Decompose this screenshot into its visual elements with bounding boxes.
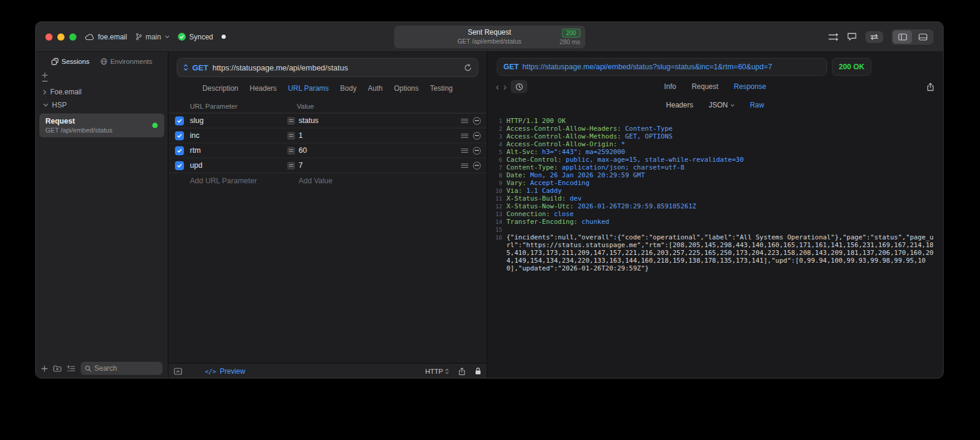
preview-label: Preview bbox=[220, 367, 245, 376]
history-clock-icon[interactable] bbox=[511, 80, 527, 93]
method-stepper-icon[interactable] bbox=[183, 64, 188, 71]
session-add-remove bbox=[42, 72, 48, 82]
param-name[interactable]: inc bbox=[190, 131, 287, 140]
request-method[interactable]: GET bbox=[192, 63, 208, 72]
protocol-selector[interactable]: HTTP bbox=[425, 368, 449, 375]
sidebar-tabs: Sessions Environments bbox=[36, 52, 168, 71]
line-number: 5 bbox=[492, 148, 502, 156]
sync-label: Synced bbox=[189, 33, 213, 41]
list-options-icon[interactable] bbox=[67, 365, 75, 372]
activity-duration: 280 ms bbox=[560, 38, 580, 45]
preview-button[interactable]: </> Preview bbox=[205, 367, 245, 376]
feedback-bubble-icon[interactable] bbox=[847, 32, 857, 41]
params-table-header: URL Parameter Value bbox=[168, 100, 487, 113]
remove-param-icon[interactable] bbox=[473, 132, 481, 140]
response-tab-response[interactable]: Response bbox=[734, 82, 766, 91]
chevron-down-icon bbox=[730, 104, 735, 107]
request-tab-headers[interactable]: Headers bbox=[250, 84, 277, 93]
remove-param-icon[interactable] bbox=[473, 147, 481, 155]
request-tab-auth[interactable]: Auth bbox=[368, 84, 383, 93]
param-value[interactable]: 1 bbox=[299, 131, 303, 140]
request-tab-testing[interactable]: Testing bbox=[430, 84, 453, 93]
remove-session-icon[interactable] bbox=[42, 80, 48, 82]
response-subtab-headers[interactable]: Headers bbox=[666, 101, 693, 109]
add-param-row[interactable]: Add URL Parameter Add Value bbox=[168, 173, 487, 188]
param-row-inc: inc1 bbox=[168, 128, 487, 143]
share-icon[interactable] bbox=[458, 367, 466, 376]
line-content: Content-Type: application/json; charset=… bbox=[506, 164, 937, 171]
add-param-name-placeholder[interactable]: Add URL Parameter bbox=[190, 177, 287, 185]
params-rows: slugstatusinc1rtm60upd7 bbox=[168, 113, 487, 173]
param-value[interactable]: 7 bbox=[299, 161, 303, 170]
panel-toggle-group bbox=[892, 29, 933, 45]
close-button[interactable] bbox=[45, 33, 53, 41]
param-name[interactable]: rtm bbox=[190, 146, 287, 155]
request-tab-body[interactable]: Body bbox=[340, 84, 357, 93]
response-subtab-json[interactable]: JSON bbox=[709, 101, 735, 109]
line-content: Access-Control-Allow-Methods: GET, OPTIO… bbox=[506, 133, 937, 140]
sync-check-icon bbox=[178, 33, 186, 41]
zoom-button[interactable] bbox=[69, 33, 76, 41]
tab-environments[interactable]: Environments bbox=[100, 58, 152, 65]
add-request-icon[interactable] bbox=[41, 365, 48, 372]
history-back-icon[interactable]: ‹ bbox=[496, 82, 499, 92]
branch-menu[interactable]: main bbox=[136, 33, 170, 41]
line-content bbox=[506, 226, 937, 233]
equals-icon bbox=[287, 132, 295, 140]
request-status-dot bbox=[152, 123, 158, 128]
reorder-handle-icon[interactable] bbox=[461, 119, 468, 123]
export-response-icon[interactable] bbox=[926, 82, 935, 91]
refresh-icon[interactable] bbox=[464, 64, 472, 72]
tree-item-foe-email[interactable]: Foe.email bbox=[36, 85, 168, 99]
request-tab-url-params[interactable]: URL Params bbox=[288, 84, 328, 93]
param-name[interactable]: slug bbox=[190, 116, 287, 125]
sync-status[interactable]: Synced bbox=[178, 33, 213, 41]
toggle-editor-panel-icon[interactable] bbox=[174, 368, 182, 375]
line-content: X-Status-Now-Utc: 2026-01-26T20:29:59.85… bbox=[506, 202, 937, 210]
sidebar-search-input[interactable]: Search bbox=[81, 362, 162, 375]
response-subtab-raw[interactable]: Raw bbox=[750, 101, 764, 109]
tree-item-hsp[interactable]: HSP bbox=[36, 99, 168, 112]
param-value[interactable]: 60 bbox=[299, 146, 307, 155]
swap-panels-icon[interactable] bbox=[865, 31, 883, 43]
request-tab-options[interactable]: Options bbox=[394, 84, 419, 93]
param-name[interactable]: upd bbox=[190, 161, 287, 170]
reorder-handle-icon[interactable] bbox=[461, 164, 468, 168]
response-tab-request[interactable]: Request bbox=[692, 82, 718, 91]
response-code[interactable]: 1HTTP/1.1 200 OK2Access-Control-Allow-He… bbox=[487, 113, 943, 379]
response-line-12: 12X-Status-Now-Utc: 2026-01-26T20:29:59.… bbox=[492, 202, 937, 210]
subtab-label: JSON bbox=[709, 101, 728, 109]
param-enabled-checkbox[interactable] bbox=[175, 161, 184, 170]
sent-request-method: GET bbox=[503, 63, 519, 71]
reorder-handle-icon[interactable] bbox=[461, 134, 468, 138]
import-export-icon[interactable] bbox=[828, 33, 838, 41]
line-number: 10 bbox=[492, 187, 502, 195]
param-enabled-checkbox[interactable] bbox=[175, 131, 184, 140]
param-value[interactable]: status bbox=[299, 116, 318, 125]
response-tab-info[interactable]: Info bbox=[664, 82, 676, 91]
minimize-button[interactable] bbox=[57, 33, 64, 41]
lock-icon[interactable] bbox=[475, 367, 481, 375]
reorder-handle-icon[interactable] bbox=[461, 149, 468, 153]
history-forward-icon[interactable]: › bbox=[503, 82, 507, 92]
request-list-item[interactable]: Request GET /api/embed/status bbox=[39, 113, 164, 137]
sent-request-url[interactable]: GET https://statuspage.me/api/embed/stat… bbox=[497, 58, 827, 76]
tab-sessions[interactable]: Sessions bbox=[51, 58, 90, 65]
add-session-icon[interactable] bbox=[42, 72, 48, 78]
request-tab-description[interactable]: Description bbox=[202, 84, 238, 93]
toggle-bottom-panel-icon[interactable] bbox=[913, 30, 932, 44]
globe-icon bbox=[100, 58, 107, 65]
remove-param-icon[interactable] bbox=[473, 117, 481, 125]
new-folder-icon[interactable] bbox=[53, 365, 62, 372]
response-toolbar: ‹ › InfoRequestResponse bbox=[487, 76, 943, 97]
toggle-sidebar-icon[interactable] bbox=[893, 30, 912, 44]
remove-param-icon[interactable] bbox=[473, 162, 481, 170]
add-param-value-placeholder[interactable]: Add Value bbox=[287, 177, 453, 185]
activity-capsule[interactable]: Sent Request 200 GET /api/embed/status 2… bbox=[394, 26, 585, 48]
param-enabled-checkbox[interactable] bbox=[175, 146, 184, 155]
project-menu[interactable]: foe.email bbox=[85, 33, 127, 41]
request-url-bar[interactable]: GET https://statuspage.me/api/embed/stat… bbox=[177, 58, 478, 77]
line-number: 6 bbox=[492, 156, 502, 164]
request-url[interactable]: https://statuspage.me/api/embed/status bbox=[213, 63, 460, 72]
param-enabled-checkbox[interactable] bbox=[175, 116, 184, 125]
